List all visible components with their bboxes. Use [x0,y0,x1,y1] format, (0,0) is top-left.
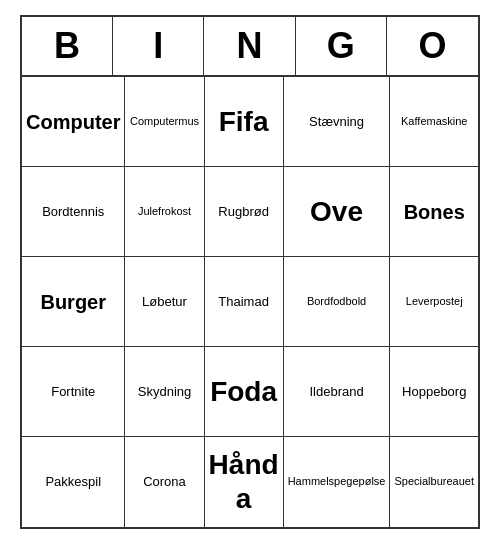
bingo-cell[interactable]: Ove [284,167,391,257]
cell-label: Bordtennis [42,204,104,220]
bingo-cell[interactable]: Rugbrød [205,167,284,257]
bingo-cell[interactable]: Pakkespil [22,437,125,527]
cell-label: Burger [40,290,106,314]
bingo-cell[interactable]: Bordfodbold [284,257,391,347]
cell-label: Hammelspegepølse [288,475,386,488]
bingo-cell[interactable]: Bordtennis [22,167,125,257]
bingo-cell[interactable]: Leverpostej [390,257,478,347]
cell-label: Stævning [309,114,364,130]
bingo-cell[interactable]: Corona [125,437,204,527]
bingo-cell[interactable]: Hammelspegepølse [284,437,391,527]
bingo-cell[interactable]: Thaimad [205,257,284,347]
cell-label: Bordfodbold [307,295,366,308]
cell-label: Pakkespil [45,474,101,490]
bingo-grid: ComputerComputermusFifaStævningKaffemask… [22,77,478,527]
cell-label: Kaffemaskine [401,115,467,128]
bingo-cell[interactable]: Julefrokost [125,167,204,257]
bingo-cell[interactable]: Computermus [125,77,204,167]
cell-label: Hånd a [209,448,279,515]
cell-label: Fifa [219,105,269,139]
cell-label: Hoppeborg [402,384,466,400]
cell-label: Ove [310,195,363,229]
cell-label: Løbetur [142,294,187,310]
cell-label: Skydning [138,384,191,400]
bingo-header: BINGO [22,17,478,77]
cell-label: Leverpostej [406,295,463,308]
bingo-cell[interactable]: Hoppeborg [390,347,478,437]
bingo-card: BINGO ComputerComputermusFifaStævningKaf… [20,15,480,529]
bingo-cell[interactable]: Ildebrand [284,347,391,437]
bingo-cell[interactable]: Fifa [205,77,284,167]
bingo-cell[interactable]: Stævning [284,77,391,167]
bingo-cell[interactable]: Løbetur [125,257,204,347]
bingo-cell[interactable]: Specialbureauet [390,437,478,527]
cell-label: Thaimad [218,294,269,310]
bingo-cell[interactable]: Foda [205,347,284,437]
header-letter: I [113,17,204,75]
cell-label: Rugbrød [218,204,269,220]
header-letter: G [296,17,387,75]
bingo-cell[interactable]: Kaffemaskine [390,77,478,167]
bingo-cell[interactable]: Computer [22,77,125,167]
bingo-cell[interactable]: Fortnite [22,347,125,437]
bingo-cell[interactable]: Skydning [125,347,204,437]
header-letter: B [22,17,113,75]
bingo-cell[interactable]: Burger [22,257,125,347]
header-letter: O [387,17,478,75]
cell-label: Specialbureauet [394,475,474,488]
cell-label: Fortnite [51,384,95,400]
cell-label: Computer [26,110,120,134]
cell-label: Bones [404,200,465,224]
cell-label: Ildebrand [309,384,363,400]
cell-label: Corona [143,474,186,490]
cell-label: Foda [210,375,277,409]
cell-label: Computermus [130,115,199,128]
bingo-cell[interactable]: Hånd a [205,437,284,527]
cell-label: Julefrokost [138,205,191,218]
bingo-cell[interactable]: Bones [390,167,478,257]
header-letter: N [204,17,295,75]
